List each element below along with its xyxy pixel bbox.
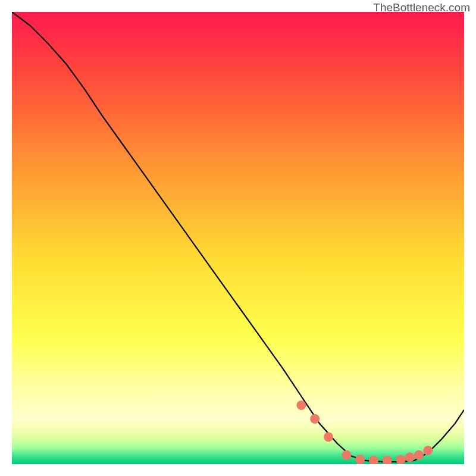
data-point (296, 400, 306, 410)
data-point (396, 455, 406, 464)
data-point (414, 450, 424, 460)
data-point (355, 455, 365, 464)
watermark-text: TheBottleneck.com (373, 1, 470, 14)
data-point (324, 432, 333, 441)
data-point (383, 456, 392, 464)
data-point (405, 453, 415, 462)
data-point (310, 414, 320, 424)
chart-plot-area (12, 12, 464, 464)
data-point (423, 446, 433, 455)
data-dots (12, 12, 464, 464)
data-point (342, 450, 351, 460)
data-point (369, 456, 378, 464)
